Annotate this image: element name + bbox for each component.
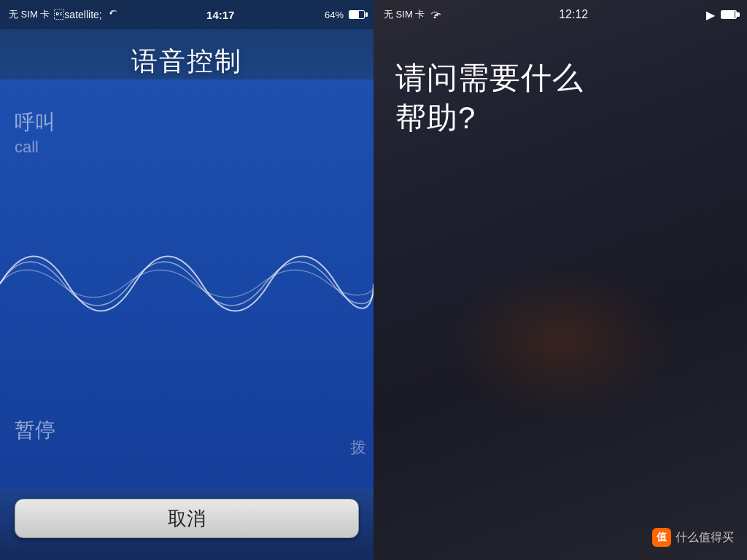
right-no-sim-label: 无 SIM 卡 xyxy=(384,8,425,21)
left-status-bar: 无 SIM 卡 satellite; 14:17 64% xyxy=(0,0,374,29)
voice-control-title: 语音控制 xyxy=(131,44,242,79)
wave-visualizer xyxy=(0,79,374,488)
watermark: 值 什么值得买 xyxy=(652,528,734,547)
right-status-bar: 无 SIM 卡 12:12 ▶ xyxy=(374,0,747,29)
right-wifi-icon xyxy=(429,9,441,20)
svg-point-0 xyxy=(109,12,112,15)
watermark-badge: 值 xyxy=(652,528,671,547)
watermark-text: 什么值得买 xyxy=(676,530,734,545)
left-time: 14:17 xyxy=(206,9,234,21)
right-phone-screen: 无 SIM 卡 12:12 ▶ xyxy=(374,0,747,560)
left-status-right: 64% xyxy=(325,9,365,20)
svg-point-1 xyxy=(434,16,436,18)
battery-icon xyxy=(349,10,365,19)
right-time: 12:12 xyxy=(559,8,588,21)
cancel-button-area: 取消 xyxy=(0,488,374,560)
right-status-right: ▶ xyxy=(706,8,737,22)
left-phone-screen: 无 SIM 卡 satellite; 14:17 64% 语音控制 呼叫 ca… xyxy=(0,0,374,560)
cancel-button[interactable]: 取消 xyxy=(15,499,359,538)
wifi-icon: satellite; xyxy=(54,9,116,20)
voice-control-content: 呼叫 call 暂停 拨 xyxy=(0,79,374,488)
location-icon: ▶ xyxy=(706,8,715,22)
right-battery-icon xyxy=(721,10,737,19)
siri-response-area: 请问需要什么 帮助? xyxy=(374,29,747,560)
hint-pause: 暂停 xyxy=(15,416,55,444)
siri-question-text: 请问需要什么 帮助? xyxy=(395,58,725,138)
battery-percent: 64% xyxy=(325,9,344,20)
hint-right: 拨 xyxy=(350,437,366,459)
right-status-left: 无 SIM 卡 xyxy=(384,8,441,21)
waveform-svg xyxy=(0,233,374,335)
left-status-left: 无 SIM 卡 satellite; xyxy=(9,8,117,21)
no-sim-label: 无 SIM 卡 xyxy=(9,8,50,21)
